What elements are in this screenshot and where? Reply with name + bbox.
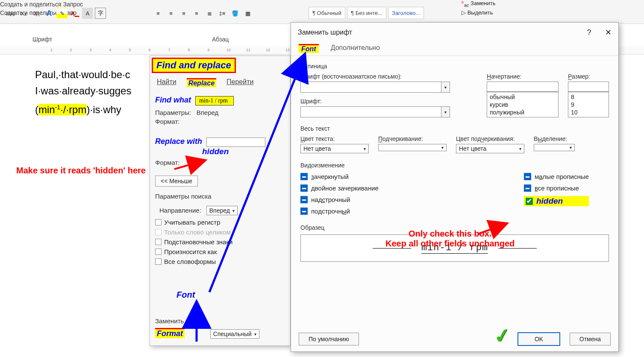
check-small-caps[interactable]: малые прописные <box>524 173 589 180</box>
replace-section-label: Заменить <box>155 317 285 325</box>
label-latin-font: Шрифт: <box>300 98 477 105</box>
find-replace-title: Find and replace <box>152 58 236 73</box>
asian-font-dropdown-icon[interactable]: ▾ <box>441 82 450 93</box>
ribbon-paragraph-group: ≡ ≡ ≡ ≡ ≣ ‡≡ 🪣 ▦ <box>152 7 254 20</box>
direction-label: Направление: <box>159 207 201 214</box>
label-highlight: Выделение: <box>534 135 575 142</box>
format-button[interactable]: Format <box>155 328 185 338</box>
close-icon[interactable]: ✕ <box>605 28 612 37</box>
latin-font-dropdown-icon[interactable]: ▾ <box>441 106 450 117</box>
label-underline: Подчеркивание: <box>378 135 447 142</box>
params-label: Параметры: <box>155 109 191 116</box>
green-check-icon: ✓ <box>492 323 512 348</box>
format-label-find: Формат: <box>155 118 285 125</box>
borders-icon[interactable]: ▦ <box>242 8 253 19</box>
check-whole-word: Только слово целиком <box>155 228 285 236</box>
anno-hidden-here: Make sure it reads 'hidden' here <box>16 166 146 176</box>
tab-replace[interactable]: Replace <box>187 78 216 87</box>
text-color-select[interactable]: Нет цвета▾ <box>300 144 369 153</box>
default-button[interactable]: По умолчанию <box>299 333 359 345</box>
check-superscript[interactable]: надстрочный <box>300 196 379 203</box>
find-replace-dialog: Find and replace Найти Replace Перейти F… <box>150 56 291 346</box>
group-all-text: Весь текст <box>300 125 609 132</box>
replace-cmd[interactable]: ᵇac Заменить <box>462 0 495 8</box>
find-what-label: Find what <box>155 96 191 105</box>
check-all-caps[interactable]: все прописные <box>524 184 589 192</box>
doc-highlighted: min-1·/·rpm <box>38 104 86 115</box>
group-effects: Видоизменение <box>300 162 609 169</box>
replace-with-input[interactable] <box>206 138 265 147</box>
text-effects-icon[interactable]: A <box>44 8 55 19</box>
font-color-icon[interactable]: A▁ <box>69 8 80 19</box>
tab-goto[interactable]: Перейти <box>226 78 253 87</box>
label-underline-color: Цвет подчеркивания: <box>456 135 524 142</box>
line-spacing-icon[interactable]: ‡≡ <box>217 8 228 19</box>
direction-select[interactable]: Вперед▾ <box>206 206 238 215</box>
label-text-color: Цвет текста: <box>300 135 369 142</box>
group-latin: Латиница <box>300 63 609 70</box>
check-double-strike[interactable]: двойное зачеркивание <box>300 184 379 192</box>
special-button[interactable]: Специальный▾ <box>210 329 259 339</box>
superscript-icon[interactable]: X² <box>31 8 42 19</box>
strikethrough-icon[interactable]: abc <box>5 8 16 19</box>
char-shading-icon[interactable]: A <box>82 8 93 19</box>
tab-find[interactable]: Найти <box>157 78 176 87</box>
ribbon-styles-group: ¶ Обычный ¶ Без инте... Заголово... <box>308 7 425 19</box>
label-size: Размер: <box>568 73 609 80</box>
find-what-input[interactable]: min-1 / rpm <box>195 96 234 105</box>
check-wildcards[interactable]: Подстановочные знаки <box>155 238 285 246</box>
shading-icon[interactable]: 🪣 <box>229 8 241 19</box>
anno-only-check: Only check this box. Keep all other fiel… <box>385 229 515 249</box>
underline-select[interactable]: ▾ <box>378 144 447 151</box>
tab-font[interactable]: Font <box>299 44 319 53</box>
subscript-icon[interactable]: X₂ <box>18 8 29 19</box>
format-label-replace: Формат: <box>155 159 179 166</box>
params-value: Вперед <box>197 109 219 116</box>
underline-color-select[interactable]: Нет цвета▾ <box>456 144 524 153</box>
justify-icon[interactable]: ≡ <box>191 8 202 19</box>
highlight-icon[interactable]: ✎ <box>56 8 68 19</box>
cancel-button[interactable]: Отмена <box>570 333 611 345</box>
font-annotation: Font <box>176 290 195 300</box>
font-dialog: Заменить шрифт ? ✕ Font Дополнительно Ла… <box>291 22 619 352</box>
enclose-icon[interactable]: 字 <box>95 8 106 19</box>
check-strikethrough[interactable]: зачеркнутый <box>300 173 379 180</box>
font-dialog-title: Заменить шрифт <box>298 29 352 36</box>
check-word-forms[interactable]: Все словоформы <box>155 258 285 265</box>
replace-format-hidden: hidden <box>202 147 285 156</box>
align-center-icon[interactable]: ≡ <box>165 8 176 19</box>
check-subscript[interactable]: подстрочный <box>300 208 379 215</box>
highlight-select[interactable]: ▾ <box>534 144 575 151</box>
style-list[interactable]: обычныйкурсивполужирный <box>487 92 559 117</box>
select-cmd[interactable]: ▷ Выделить <box>462 9 493 16</box>
less-button[interactable]: << Меньше <box>155 176 198 187</box>
ribbon-font-group: abc X₂ X² A ✎ A▁ A 字 <box>4 7 107 20</box>
align-right-icon[interactable]: ≡ <box>178 8 189 19</box>
size-list[interactable]: 8910 <box>568 92 609 117</box>
style-heading[interactable]: Заголово... <box>388 7 424 19</box>
latin-font-input[interactable] <box>300 106 441 117</box>
size-input[interactable] <box>568 82 609 92</box>
label-asian-font: Шрифт (восточноазиатское письмо): <box>300 73 477 80</box>
ok-button[interactable]: OK <box>518 332 560 346</box>
check-sounds-like[interactable]: Произносится как <box>155 248 285 255</box>
style-no-spacing[interactable]: ¶ Без инте... <box>347 7 386 19</box>
distributed-icon[interactable]: ≣ <box>204 8 215 19</box>
ribbon-editing-group: ᵇac Заменить ▷ Выделить <box>462 0 495 16</box>
help-icon[interactable]: ? <box>587 28 591 37</box>
check-match-case[interactable]: Учитывать регистр <box>155 219 285 226</box>
replace-with-label: Replace with <box>155 137 202 146</box>
check-hidden[interactable]: ✔hidden <box>524 196 589 206</box>
style-input[interactable] <box>487 82 559 92</box>
asian-font-input[interactable] <box>300 82 441 93</box>
search-options-label: Параметры поиска <box>155 193 285 200</box>
ribbon-font-label: Шрифт <box>32 36 52 43</box>
tab-advanced[interactable]: Дополнительно <box>331 44 380 53</box>
style-normal[interactable]: ¶ Обычный <box>309 7 345 19</box>
find-replace-tabs: Найти Replace Перейти <box>150 76 290 91</box>
ribbon: abc X₂ X² A ✎ A▁ A 字 ≡ ≡ ≡ ≡ ≣ ‡≡ 🪣 ▦ ¶ … <box>0 0 644 24</box>
ribbon-paragraph-label: Абзац <box>212 36 229 43</box>
ruler-marks: 12345678910111213 <box>30 48 289 52</box>
align-left-icon[interactable]: ≡ <box>153 8 164 19</box>
label-style: Начертание: <box>487 73 559 80</box>
